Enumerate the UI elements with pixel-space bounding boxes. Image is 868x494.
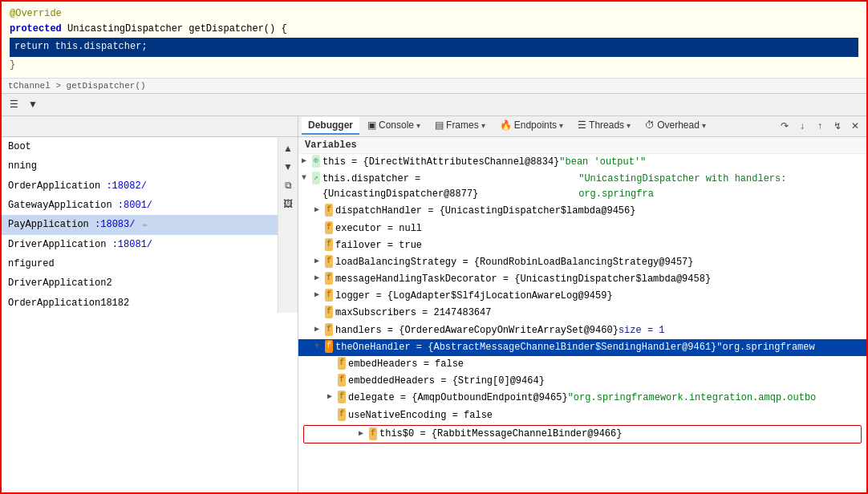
arrow-down-btn[interactable]: ▼ <box>280 159 296 175</box>
step-over-btn[interactable]: ↷ <box>777 118 793 134</box>
endpoints-icon: 🔥 <box>500 119 512 131</box>
var-row-embedheaders[interactable]: f embedHeaders = false <box>298 356 866 373</box>
side-arrows: ▲ ▼ ⧉ 🖼 <box>278 137 298 314</box>
expand-icon: ▶ <box>359 427 367 440</box>
list-item[interactable]: nning <box>2 156 278 176</box>
run-to-cursor-btn[interactable]: ↯ <box>829 118 846 134</box>
var-row-delegate[interactable]: ▶ f delegate = {AmqpOutboundEndpoint@946… <box>298 390 866 407</box>
code-editor-area: @Override protected UnicastingDispatcher… <box>2 2 866 79</box>
f-badge: f <box>369 427 377 440</box>
var-row-this0[interactable]: ▶ f this$0 = {RabbitMessageChannelBinder… <box>303 425 862 443</box>
var-row-failover[interactable]: f failover = true <box>298 237 866 254</box>
f-badge: f <box>325 289 333 302</box>
img-btn[interactable]: 🖼 <box>280 196 296 212</box>
tab-console[interactable]: ▣ Console ▾ <box>361 117 427 135</box>
right-toolbar: ↷ ↓ ↑ ↯ ✕ <box>777 118 863 134</box>
f-badge: f <box>338 391 346 403</box>
list-item-payapp[interactable]: PayApplication :18083/ ✏ <box>2 215 278 234</box>
list-item[interactable]: OrderApplication18182 <box>2 294 278 313</box>
left-toolbar <box>2 116 298 137</box>
var-row-maxsubscribers[interactable]: f maxSubscribers = 2147483647 <box>298 305 866 322</box>
list-item[interactable]: Boot <box>2 137 278 156</box>
f-badge: f <box>338 408 346 421</box>
var-row-this[interactable]: ▶ ⊕ this = {DirectWithAttributesChannel@… <box>298 154 866 171</box>
app-list: Boot nning OrderApplication :18082/ Gate… <box>2 137 278 314</box>
expand-icon: ▼ <box>302 172 310 184</box>
tab-frames[interactable]: ▤ Frames ▾ <box>428 117 492 135</box>
right-panel: Debugger ▣ Console ▾ ▤ Frames ▾ 🔥 Endpoi… <box>298 116 866 494</box>
expand-icon: ▶ <box>314 204 322 217</box>
var-row-theonehandler[interactable]: ▼ f theOneHandler = {AbstractMessageChan… <box>298 339 866 356</box>
this-badge: ⊕ <box>312 155 320 168</box>
expand-icon: ▶ <box>314 272 322 285</box>
f-badge: f <box>325 238 333 251</box>
f-badge: f <box>325 221 333 234</box>
code-line-2: protected UnicastingDispatcher getDispat… <box>10 22 858 37</box>
f-badge: f <box>338 357 346 370</box>
f-badge: f <box>325 340 333 353</box>
tab-debugger[interactable]: Debugger <box>302 117 359 135</box>
list-item[interactable]: OrderApplication :18082/ <box>2 176 278 196</box>
evaluate-btn[interactable]: ✕ <box>847 118 863 134</box>
f-badge: f <box>325 323 333 336</box>
expand-icon: ▶ <box>314 289 322 302</box>
expand-icon: ▶ <box>327 391 335 403</box>
variables-header: Variables <box>298 137 866 154</box>
code-line-1: @Override <box>10 6 858 22</box>
var-row-handlers[interactable]: ▶ f handlers = {OrderedAwareCopyOnWriteA… <box>298 322 866 339</box>
arrow-up-btn[interactable]: ▲ <box>280 140 296 156</box>
frames-icon: ▤ <box>435 119 444 131</box>
var-row-usenative[interactable]: f useNativeEncoding = false <box>298 407 866 424</box>
overhead-icon: ⏱ <box>645 119 655 131</box>
variables-panel: ▶ ⊕ this = {DirectWithAttributesChannel@… <box>298 154 866 494</box>
step-into-btn[interactable]: ↓ <box>794 118 810 134</box>
threads-icon: ☰ <box>578 119 586 131</box>
toolbar-list-btn[interactable]: ☰ <box>6 97 22 111</box>
main-toolbar: ☰ ▼ <box>2 94 866 116</box>
debugger-tab-bar: Debugger ▣ Console ▾ ▤ Frames ▾ 🔥 Endpoi… <box>298 116 866 137</box>
toolbar-filter-btn[interactable]: ▼ <box>25 97 41 111</box>
var-row-loadbalancing[interactable]: ▶ f loadBalancingStrategy = {RoundRobinL… <box>298 254 866 271</box>
expand-icon: ▶ <box>314 255 322 268</box>
list-item[interactable]: DriverApplication :18081/ <box>2 235 278 254</box>
code-line-highlighted: return this.dispatcher; <box>10 38 858 56</box>
left-content: Boot nning OrderApplication :18082/ Gate… <box>2 137 298 314</box>
f-badge: f <box>325 306 333 318</box>
code-line-4: } <box>10 58 858 73</box>
tab-endpoints[interactable]: 🔥 Endpoints ▾ <box>493 117 570 135</box>
f-badge: f <box>325 272 333 285</box>
main-split-panel: Boot nning OrderApplication :18082/ Gate… <box>2 116 866 494</box>
var-row-dispatcher[interactable]: ▼ ↗ this.dispatcher = {UnicastingDispatc… <box>298 171 866 203</box>
f-badge: f <box>325 204 333 217</box>
breadcrumb: tChannel > getDispatcher() <box>2 79 866 94</box>
step-out-btn[interactable]: ↑ <box>812 118 828 134</box>
f-badge: f <box>338 374 346 387</box>
expand-icon: ▶ <box>302 155 310 168</box>
copy-btn[interactable]: ⧉ <box>280 177 296 193</box>
f-badge: f <box>325 255 333 268</box>
tab-threads[interactable]: ☰ Threads ▾ <box>571 117 637 135</box>
list-item[interactable]: nfigured <box>2 254 278 273</box>
list-item[interactable]: GatewayApplication :8001/ <box>2 196 278 215</box>
console-icon: ▣ <box>367 119 376 131</box>
var-row-embeddedheaders[interactable]: f embeddedHeaders = {String[0]@9464} <box>298 373 866 390</box>
var-row-executor[interactable]: f executor = null <box>298 221 866 237</box>
var-row-taskdecorator[interactable]: ▶ f messageHandlingTaskDecorator = {Unic… <box>298 271 866 288</box>
left-panel: Boot nning OrderApplication :18082/ Gate… <box>2 116 298 494</box>
expand-icon: ▼ <box>314 340 322 353</box>
expand-icon: ▶ <box>314 323 322 336</box>
var-row-logger[interactable]: ▶ f logger = {LogAdapter$Slf4jLocationAw… <box>298 288 866 305</box>
var-row-dispatchHandler[interactable]: ▶ f dispatchHandler = {UnicastingDispatc… <box>298 203 866 220</box>
ref-badge: ↗ <box>312 172 320 184</box>
tab-overhead[interactable]: ⏱ Overhead ▾ <box>639 117 712 135</box>
list-item[interactable]: DriverApplication2 <box>2 273 278 293</box>
